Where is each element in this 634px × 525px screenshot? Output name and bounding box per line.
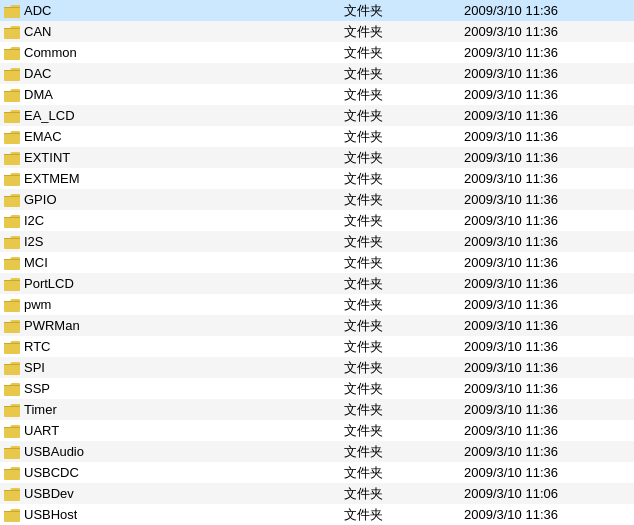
file-name: Common (24, 45, 77, 60)
list-item[interactable]: PWRMan 文件夹 2009/3/10 11:36 (0, 315, 634, 336)
svg-rect-23 (4, 238, 20, 239)
file-date: 2009/3/10 11:36 (464, 150, 630, 165)
file-date: 2009/3/10 11:36 (464, 360, 630, 375)
svg-rect-13 (4, 133, 20, 134)
svg-rect-43 (4, 448, 20, 449)
file-type: 文件夹 (344, 422, 464, 440)
file-name: RTC (24, 339, 50, 354)
svg-rect-21 (4, 217, 20, 218)
list-item[interactable]: RTC 文件夹 2009/3/10 11:36 (0, 336, 634, 357)
file-name: PWRMan (24, 318, 80, 333)
svg-rect-35 (4, 364, 20, 365)
svg-rect-2 (4, 28, 20, 39)
list-item[interactable]: USBAudio 文件夹 2009/3/10 11:36 (0, 441, 634, 462)
list-item[interactable]: USBCDC 文件夹 2009/3/10 11:36 (0, 462, 634, 483)
svg-rect-36 (4, 385, 20, 396)
folder-icon (4, 108, 20, 124)
file-type: 文件夹 (344, 443, 464, 461)
folder-icon (4, 234, 20, 250)
svg-rect-10 (4, 112, 20, 123)
file-date: 2009/3/10 11:06 (464, 486, 630, 501)
list-item[interactable]: DMA 文件夹 2009/3/10 11:36 (0, 84, 634, 105)
file-date: 2009/3/10 11:36 (464, 129, 630, 144)
list-item[interactable]: DAC 文件夹 2009/3/10 11:36 (0, 63, 634, 84)
svg-rect-20 (4, 217, 20, 228)
file-type: 文件夹 (344, 212, 464, 230)
file-name: Timer (24, 402, 57, 417)
svg-rect-8 (4, 91, 20, 102)
file-name: USBDev (24, 486, 74, 501)
file-name: UART (24, 423, 59, 438)
folder-icon (4, 24, 20, 40)
folder-icon (4, 402, 20, 418)
file-name: EMAC (24, 129, 62, 144)
file-type: 文件夹 (344, 86, 464, 104)
file-type: 文件夹 (344, 275, 464, 293)
list-item[interactable]: EXTMEM 文件夹 2009/3/10 11:36 (0, 168, 634, 189)
list-item[interactable]: MCI 文件夹 2009/3/10 11:36 (0, 252, 634, 273)
file-name: I2S (24, 234, 44, 249)
file-date: 2009/3/10 11:36 (464, 24, 630, 39)
svg-rect-32 (4, 343, 20, 354)
file-date: 2009/3/10 11:36 (464, 45, 630, 60)
file-type: 文件夹 (344, 2, 464, 20)
list-item[interactable]: USBHost 文件夹 2009/3/10 11:36 (0, 504, 634, 525)
svg-rect-14 (4, 154, 20, 165)
list-item[interactable]: USBDev 文件夹 2009/3/10 11:06 (0, 483, 634, 504)
svg-rect-17 (4, 175, 20, 176)
list-item[interactable]: EA_LCD 文件夹 2009/3/10 11:36 (0, 105, 634, 126)
folder-icon (4, 192, 20, 208)
svg-rect-48 (4, 511, 20, 522)
svg-rect-25 (4, 259, 20, 260)
list-item[interactable]: PortLCD 文件夹 2009/3/10 11:36 (0, 273, 634, 294)
svg-rect-4 (4, 49, 20, 60)
file-date: 2009/3/10 11:36 (464, 3, 630, 18)
list-item[interactable]: SSP 文件夹 2009/3/10 11:36 (0, 378, 634, 399)
file-date: 2009/3/10 11:36 (464, 465, 630, 480)
folder-icon (4, 339, 20, 355)
list-item[interactable]: ADC 文件夹 2009/3/10 11:36 (0, 0, 634, 21)
file-name: GPIO (24, 192, 57, 207)
file-type: 文件夹 (344, 401, 464, 419)
list-item[interactable]: Timer 文件夹 2009/3/10 11:36 (0, 399, 634, 420)
list-item[interactable]: CAN 文件夹 2009/3/10 11:36 (0, 21, 634, 42)
list-item[interactable]: I2C 文件夹 2009/3/10 11:36 (0, 210, 634, 231)
file-name: EXTINT (24, 150, 70, 165)
file-type: 文件夹 (344, 128, 464, 146)
svg-rect-5 (4, 49, 20, 50)
folder-icon (4, 255, 20, 271)
file-type: 文件夹 (344, 485, 464, 503)
svg-rect-18 (4, 196, 20, 207)
folder-icon (4, 423, 20, 439)
svg-rect-29 (4, 301, 20, 302)
file-type: 文件夹 (344, 65, 464, 83)
list-item[interactable]: EXTINT 文件夹 2009/3/10 11:36 (0, 147, 634, 168)
file-date: 2009/3/10 11:36 (464, 444, 630, 459)
svg-rect-16 (4, 175, 20, 186)
svg-rect-0 (4, 7, 20, 18)
list-item[interactable]: SPI 文件夹 2009/3/10 11:36 (0, 357, 634, 378)
file-name: SSP (24, 381, 50, 396)
list-item[interactable]: GPIO 文件夹 2009/3/10 11:36 (0, 189, 634, 210)
file-name: DMA (24, 87, 53, 102)
svg-rect-42 (4, 448, 20, 459)
svg-rect-46 (4, 490, 20, 501)
svg-rect-24 (4, 259, 20, 270)
svg-rect-7 (4, 70, 20, 71)
file-name: USBAudio (24, 444, 84, 459)
file-type: 文件夹 (344, 233, 464, 251)
list-item[interactable]: I2S 文件夹 2009/3/10 11:36 (0, 231, 634, 252)
svg-rect-28 (4, 301, 20, 312)
folder-icon (4, 129, 20, 145)
list-item[interactable]: EMAC 文件夹 2009/3/10 11:36 (0, 126, 634, 147)
list-item[interactable]: UART 文件夹 2009/3/10 11:36 (0, 420, 634, 441)
folder-icon (4, 318, 20, 334)
svg-rect-49 (4, 511, 20, 512)
file-name: DAC (24, 66, 51, 81)
svg-rect-44 (4, 469, 20, 480)
svg-rect-45 (4, 469, 20, 470)
file-name: SPI (24, 360, 45, 375)
svg-rect-31 (4, 322, 20, 323)
list-item[interactable]: pwm 文件夹 2009/3/10 11:36 (0, 294, 634, 315)
list-item[interactable]: Common 文件夹 2009/3/10 11:36 (0, 42, 634, 63)
